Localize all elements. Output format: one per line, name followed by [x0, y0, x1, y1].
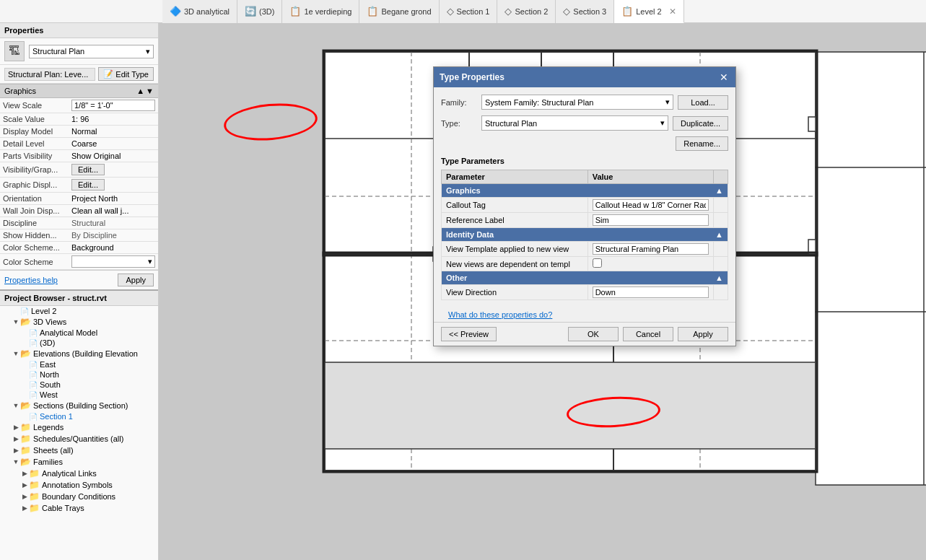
tree-item-elevations[interactable]: ▼📂Elevations (Building Elevation: [0, 348, 158, 359]
tree-expand-level2[interactable]: [12, 307, 20, 315]
param-input-2-0[interactable]: [593, 286, 709, 298]
tree-expand-west[interactable]: [20, 390, 29, 399]
tree-expand-schedules[interactable]: ▶: [12, 434, 20, 443]
param-value-0-1[interactable]: [588, 213, 713, 228]
tab-close-icon[interactable]: ✕: [669, 6, 676, 17]
tab-3d[interactable]: 🔄 (3D): [237, 0, 282, 23]
tree-item-families[interactable]: ▼📂Families: [0, 456, 158, 468]
props-input-0[interactable]: [71, 100, 155, 111]
tree-expand-east[interactable]: [20, 360, 29, 369]
type-dropdown[interactable]: Structural Plan ▾: [29, 45, 154, 58]
tree-item-boundary-conditions[interactable]: ▶📁Boundary Conditions: [0, 491, 158, 502]
tree-item-schedules[interactable]: ▶📁Schedules/Quantities (all): [0, 433, 158, 445]
param-value-2-0[interactable]: [588, 285, 713, 300]
properties-apply-button[interactable]: Apply: [118, 274, 154, 286]
tree-expand-north[interactable]: [20, 370, 29, 379]
tree-expand-analytical-links[interactable]: ▶: [20, 469, 29, 478]
param-row-2-0: View Direction: [442, 285, 728, 300]
apply-button[interactable]: Apply: [678, 327, 728, 341]
param-input-0-0[interactable]: [593, 199, 709, 211]
tab-section-2[interactable]: ◇ Section 2: [497, 0, 556, 23]
tree-item-cable-trays[interactable]: ▶📁Cable Trays: [0, 502, 158, 514]
ok-button[interactable]: OK: [568, 327, 619, 341]
tree-label-3d-item: (3D): [40, 338, 55, 347]
tree-item-sections[interactable]: ▼📂Sections (Building Section): [0, 400, 158, 411]
props-row-4: Parts VisibilityShow Original: [0, 150, 158, 162]
param-value-1-0[interactable]: [588, 242, 713, 257]
section-collapse-icon-1[interactable]: ▲: [715, 230, 723, 239]
tree-item-sheets[interactable]: ▶📁Sheets (all): [0, 445, 158, 456]
tree-expand-boundary-conditions[interactable]: ▶: [20, 492, 29, 501]
props-btn-5[interactable]: Edit...: [71, 164, 105, 175]
props-row-12: Color Scheme▾: [0, 254, 158, 270]
param-input-0-1[interactable]: [593, 214, 709, 226]
props-value-5[interactable]: Edit...: [69, 162, 158, 178]
tree-expand-legends[interactable]: ▶: [12, 423, 20, 432]
tree-item-west[interactable]: 📄West: [0, 390, 158, 400]
tree-expand-sections[interactable]: ▼: [12, 401, 20, 410]
project-browser-header: Project Browser - struct.rvt: [0, 289, 158, 306]
type-dropdown-dialog[interactable]: Structural Plan ▾: [481, 115, 668, 131]
edit-type-button[interactable]: 📝 Edit Type: [98, 67, 154, 81]
tree-item-3d-item[interactable]: 📄(3D): [0, 338, 158, 348]
tree-expand-sheets[interactable]: ▶: [12, 446, 20, 455]
tree-item-east[interactable]: 📄East: [0, 359, 158, 369]
props-row-6: Graphic Displ...Edit...: [0, 178, 158, 193]
family-dropdown[interactable]: System Family: Structural Plan ▾: [481, 95, 673, 110]
tree-item-annotation-symbols[interactable]: ▶📁Annotation Symbols: [0, 479, 158, 491]
duplicate-button[interactable]: Duplicate...: [673, 116, 728, 131]
param-input-1-0[interactable]: [593, 243, 709, 255]
params-section-0: Graphics▲: [442, 184, 728, 198]
tree-icon-boundary-conditions: 📁: [29, 491, 40, 502]
tree-item-legends[interactable]: ▶📁Legends: [0, 421, 158, 433]
properties-help-link[interactable]: Properties help: [4, 276, 58, 284]
tree-expand-annotation-symbols[interactable]: ▶: [20, 481, 29, 489]
param-value-1-1[interactable]: [588, 257, 713, 271]
dialog-close-button[interactable]: ✕: [718, 71, 730, 83]
tree-expand-south[interactable]: [20, 380, 29, 389]
props-row-7: OrientationProject North: [0, 193, 158, 205]
tree-item-section1[interactable]: 📄Section 1: [0, 411, 158, 421]
tree-item-level2[interactable]: 📄Level 2: [0, 306, 158, 316]
props-value-0[interactable]: [69, 98, 158, 113]
tab-icon-sec1: ◇: [447, 6, 454, 17]
tab-begane-grond[interactable]: 📋 Begane grond: [359, 0, 439, 23]
tree-item-analytical-links[interactable]: ▶📁Analytical Links: [0, 468, 158, 479]
param-checkbox-1-1[interactable]: [593, 258, 602, 268]
tab-level-2[interactable]: 📋 Level 2 ✕: [614, 0, 683, 23]
props-value-6[interactable]: Edit...: [69, 178, 158, 193]
preview-button[interactable]: << Preview: [441, 327, 497, 341]
tree-expand-3d-item[interactable]: [20, 338, 29, 347]
section-collapse-icon-2[interactable]: ▲: [715, 274, 723, 282]
tree-expand-cable-trays[interactable]: ▶: [20, 504, 29, 512]
tree-expand-section1[interactable]: [20, 412, 29, 421]
collapse-down-icon[interactable]: ▼: [146, 87, 154, 95]
cancel-button[interactable]: Cancel: [623, 327, 673, 341]
dialog-footer: << Preview OK Cancel Apply: [434, 322, 735, 346]
tree-item-analytical-model[interactable]: 📄Analytical Model: [0, 328, 158, 338]
props-dropdown-12[interactable]: ▾: [71, 255, 155, 268]
section-collapse-icon-0[interactable]: ▲: [715, 186, 723, 195]
tree-item-north[interactable]: 📄North: [0, 369, 158, 380]
params-section-1: Identity Data▲: [442, 228, 728, 242]
load-button[interactable]: Load...: [678, 95, 728, 110]
tree-item-3d-views[interactable]: ▼📂3D Views: [0, 316, 158, 328]
props-btn-6[interactable]: Edit...: [71, 179, 105, 191]
properties-footer: Properties help Apply: [0, 270, 158, 289]
tree-expand-families[interactable]: ▼: [12, 458, 20, 466]
tab-section-3[interactable]: ◇ Section 3: [556, 0, 614, 23]
collapse-up-icon[interactable]: ▲: [136, 87, 144, 95]
tab-icon-3d: 🔄: [245, 6, 256, 17]
param-value-0-0[interactable]: [588, 198, 713, 213]
tab-1e-verdieping[interactable]: 📋 1e verdieping: [282, 0, 359, 23]
tree-item-south[interactable]: 📄South: [0, 380, 158, 390]
tree-expand-elevations[interactable]: ▼: [12, 349, 20, 358]
tree-expand-analytical-model[interactable]: [20, 328, 29, 337]
tree-expand-3d-views[interactable]: ▼: [12, 318, 20, 326]
rename-button[interactable]: Rename...: [676, 136, 728, 151]
props-value-2: Normal: [69, 126, 158, 138]
tab-3d-analytical[interactable]: 🔷 3D analytical: [162, 0, 237, 23]
section-arrows[interactable]: ▲ ▼: [136, 87, 154, 95]
tab-section-1[interactable]: ◇ Section 1: [440, 0, 498, 23]
dialog-help-link[interactable]: What do these properties do?: [441, 307, 559, 322]
